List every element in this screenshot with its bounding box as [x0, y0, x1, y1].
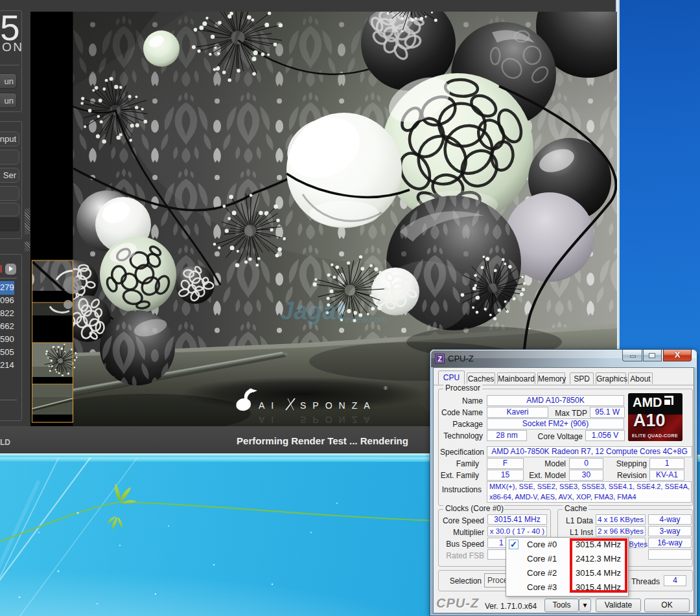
- svg-text:AI: AI: [259, 415, 280, 425]
- svg-text:SPONZA: SPONZA: [300, 415, 377, 425]
- svg-text:AI: AI: [259, 400, 280, 411]
- svg-text:SPONZA: SPONZA: [300, 400, 377, 411]
- svg-text:Jagat: Jagat: [280, 297, 345, 325]
- svg-text:®: ®: [384, 385, 388, 391]
- svg-text:review.com: review.com: [342, 314, 387, 325]
